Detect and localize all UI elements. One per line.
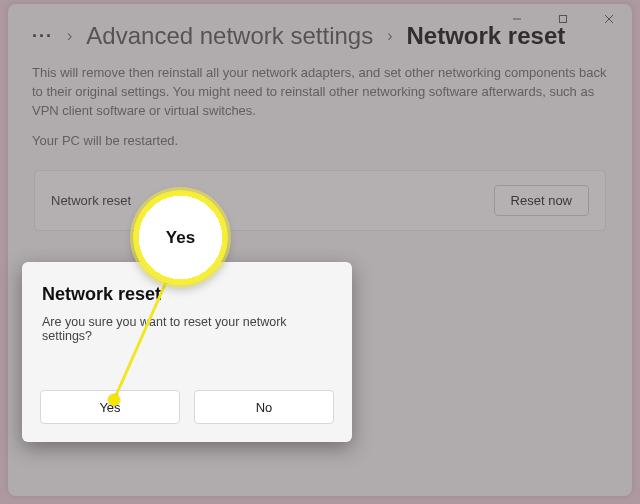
- dialog-message: Are you sure you want to reset your netw…: [42, 315, 330, 343]
- dialog-title: Network reset: [42, 284, 330, 305]
- callout-dot: [108, 394, 120, 406]
- callout-label: Yes: [166, 228, 195, 248]
- callout-highlight: Yes: [133, 190, 228, 285]
- confirm-dialog: Network reset Are you sure you want to r…: [22, 262, 352, 442]
- dialog-actions: Yes No: [22, 390, 352, 442]
- no-button[interactable]: No: [194, 390, 334, 424]
